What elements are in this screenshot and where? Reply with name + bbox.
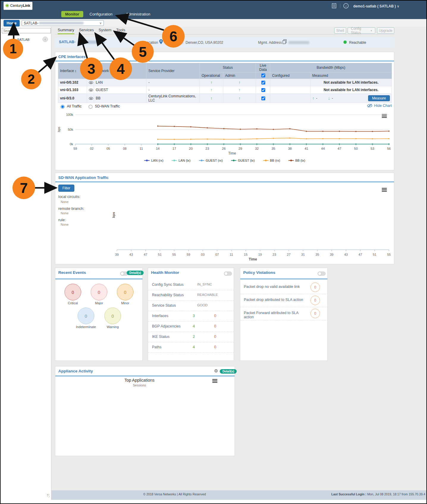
violation-count[interactable]: 0 [310,309,320,318]
nav-administration[interactable]: Administration [126,12,150,16]
tab-tools[interactable]: Tools [116,28,125,34]
appliance-select[interactable]: SATLAB- ∨ [22,20,104,26]
col-live-data: Live Data [256,63,270,72]
eye-cell[interactable] [87,94,94,103]
gear-icon[interactable]: ⚙ [214,368,218,374]
callout-7: 7 [12,177,35,199]
device-info-bar: SATLAB- Location Denver,CO, USA 80202 Mg… [55,37,394,48]
home-button[interactable]: Home [4,20,20,26]
col-configured[interactable]: Configured [270,72,310,79]
provider-cell: - [147,79,200,86]
table-row[interactable]: vni-0/3.0 BB CenturyLink Communications,… [58,94,392,103]
indeterminate-count[interactable]: 0 [78,308,94,324]
svg-text:27: 27 [287,253,291,256]
sidebar-resize-handle[interactable] [47,494,50,497]
shell-button[interactable]: Shell [334,27,346,34]
cpe-panel-title: CPE Interfaces [58,54,86,59]
top-header: ✳ CenturyLink· | i demo1-satlab ( SATLAB… [1,1,426,19]
legend-item[interactable]: LAN (rx) [144,159,163,162]
table-row[interactable]: vni-0/1.103 GUEST - ↑ ↑ Not available fo… [58,86,392,94]
details-badge[interactable]: Detail(s) [127,271,144,275]
search-input[interactable] [2,28,51,33]
violation-count[interactable]: 0 [310,283,320,292]
health-monitor-title: Health Monitor [151,270,179,275]
tab-summary[interactable]: Summary [58,28,74,34]
measured-down-icon: ↓ [328,96,330,101]
legend-item[interactable]: GUEST (rx) [199,159,223,162]
svg-text:47: 47 [359,253,362,256]
task-list-icon[interactable] [332,3,337,9]
measured-down-value: - [332,96,333,100]
config-status-button[interactable]: Config Status ▾ [348,27,375,34]
svg-text:41: 41 [304,147,308,150]
all-traffic-radio[interactable] [61,105,65,109]
svg-text:i: i [346,4,346,8]
health-row: Config Sync StatusIN_SYNC [148,280,234,290]
svg-text:55: 55 [172,253,176,256]
svg-text:31: 31 [301,253,305,256]
copy-icon[interactable] [282,39,287,44]
user-menu[interactable]: demo1-satlab ( SATLAB ) ∨ [353,4,399,8]
table-row[interactable]: vni-0/0.102 LAN - ↑ ↑ Not available for … [58,79,392,86]
warning-count[interactable]: 0 [104,308,121,324]
critical-count[interactable]: 0 [65,284,81,300]
collapse-tree-button[interactable]: ‹ [43,37,48,42]
legend-item[interactable]: GUEST (tx) [231,159,255,162]
eye-cell[interactable] [87,86,94,94]
remote-branch-value: None [61,211,68,215]
upgrade-button[interactable]: Upgrade [377,27,394,34]
hide-chart-link[interactable]: Hide Chart [367,104,392,108]
centurylink-starburst-icon: ✳ [5,3,9,8]
measure-button[interactable]: Measure [368,95,390,101]
svg-text:44: 44 [321,147,325,150]
appliance-tree-sidebar: SATLAB ‹ [1,27,51,500]
legend-marker [263,160,269,161]
sdwan-traffic-radio[interactable] [89,105,92,109]
redacted-appliance-name [39,22,84,24]
nav-configuration[interactable]: Configuration [90,12,112,16]
redacted-device-name [79,40,105,44]
sdwan-panel-title: SD-WAN Application Traffic [58,175,109,180]
tab-system[interactable]: System [98,28,111,34]
col-service-provider[interactable]: Service Provider [147,63,200,79]
col-measured[interactable]: Measured [310,72,392,79]
info-icon[interactable]: i [343,3,349,9]
live-data-checkbox[interactable] [261,88,265,92]
health-monitor-toggle[interactable] [224,271,232,276]
col-operational[interactable]: Operational [200,72,223,79]
critical-label: Critical [59,301,86,305]
legend-item[interactable]: LAN (tx) [172,159,190,162]
oper-up-icon: ↑ [211,80,213,85]
legend-item[interactable]: BB (tx) [288,159,305,162]
svg-text:15: 15 [244,253,247,256]
health-row: Reachability StatusREACHABLE [148,290,234,301]
live-data-checkbox[interactable] [261,81,265,85]
sdwan-menu-icon[interactable] [382,188,387,192]
eye-slash-icon [367,104,373,108]
policy-violations-toggle[interactable] [318,271,326,276]
live-data-all-checkbox[interactable] [261,74,265,77]
device-name[interactable]: SATLAB- [59,40,76,44]
violation-count[interactable]: 0 [310,296,320,305]
minor-label: Minor [112,301,139,305]
legend-item[interactable]: BB (rx) [263,159,280,162]
minor-count[interactable]: 0 [117,284,134,300]
measured-cell: Not available for LAN interfaces. [310,79,392,86]
appliance-menu-icon[interactable] [212,379,217,383]
tab-services[interactable]: Services [79,28,94,34]
radio-all-traffic[interactable]: All Traffic [59,104,81,109]
svg-text:05: 05 [106,147,110,150]
nav-monitor[interactable]: Monitor [61,11,83,17]
details-badge[interactable]: Detail(s) [220,369,237,374]
filter-button[interactable]: Filter [58,185,74,192]
sessions-label: Sessions [55,383,224,387]
col-admin[interactable]: Admin [223,72,256,79]
live-data-checkbox[interactable] [261,96,265,100]
major-count[interactable]: 0 [91,284,107,300]
svg-text:39: 39 [115,253,119,256]
svg-text:50: 50 [354,147,358,150]
major-label: Major [86,301,112,305]
sdwan-empty-chart-axis: 3943475155590307111519232731353943475155… [55,247,394,262]
radio-sdwan-traffic[interactable]: SD-WAN Traffic [87,104,120,109]
svg-text:02: 02 [90,147,93,150]
